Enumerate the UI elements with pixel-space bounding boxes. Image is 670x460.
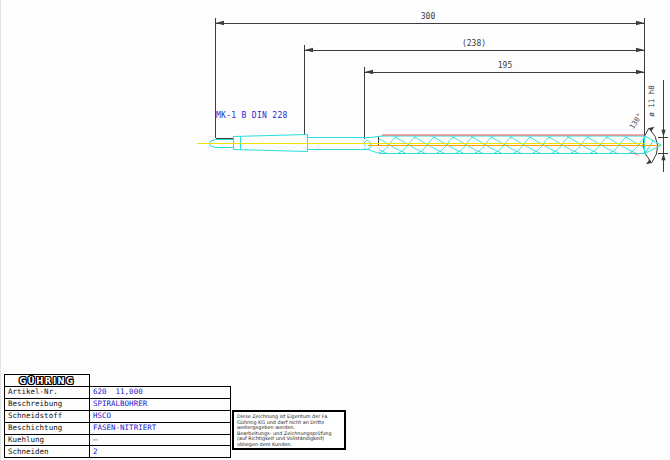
cad-drawing-canvas: 300 (238) 195 MK-1 B DIN 228 ø 11 h8 130… (0, 0, 670, 460)
field-value: – (90, 434, 231, 446)
disclaimer-line: obliegen dem Kunden. (237, 442, 342, 448)
table-row: Schneidstoff HSCO (5, 410, 231, 422)
title-block-table: Artikel-Nr. 620 11,000 Beschreibung SPIR… (4, 386, 231, 458)
field-label: Kuehlung (5, 434, 90, 446)
drawing-disclaimer-note: Diese Zeichnung ist Eigentum der Fa. Güh… (232, 410, 346, 450)
table-row: Beschichtung FASEN-NITRIERT (5, 422, 231, 434)
table-row: Kuehlung – (5, 434, 231, 446)
taper-shank-label: MK-1 B DIN 228 (216, 112, 288, 120)
field-label: Beschichtung (5, 422, 90, 434)
field-label: Artikel-Nr. (5, 387, 90, 399)
manufacturer-logo: GÜHRING (19, 376, 74, 386)
dimension-label-flute-length: 195 (490, 62, 520, 70)
diameter-tolerance-label: ø 11 h8 (648, 79, 656, 123)
table-row: Beschreibung SPIRALBOHRER (5, 398, 231, 410)
flute-spirals (356, 137, 670, 154)
table-row: Schneiden 2 (5, 446, 231, 458)
field-label: Schneidstoff (5, 410, 90, 422)
field-value: 2 (90, 446, 231, 458)
field-value: SPIRALBOHRER (90, 398, 231, 410)
field-label: Beschreibung (5, 398, 90, 410)
dimension-label-reference-length: (238) (459, 40, 489, 48)
field-value: HSCO (90, 410, 231, 422)
field-label: Schneiden (5, 446, 90, 458)
field-value: 620 11,000 (90, 387, 231, 399)
dimension-label-total-length: 300 (413, 13, 443, 21)
dimension-lines (216, 18, 668, 172)
table-row: Artikel-Nr. 620 11,000 (5, 387, 231, 399)
field-value: FASEN-NITRIERT (90, 422, 231, 434)
dimension-arrows (216, 21, 666, 161)
